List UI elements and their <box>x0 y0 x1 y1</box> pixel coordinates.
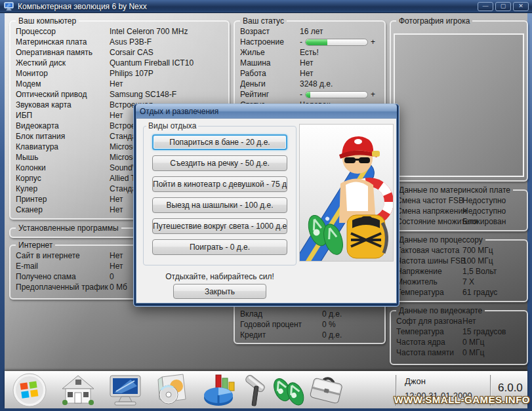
spec-row: Жесткий диск Quantum Fireball ICT10 <box>16 58 224 68</box>
spec-label: Монитор <box>16 68 110 79</box>
gpu-panel-title: Данные по видеокарте <box>396 306 485 315</box>
status-row-housing: Жилье Есть! <box>240 47 380 58</box>
activity-button[interactable]: Путешествие вокруг света - 1000 д.е. <box>152 218 287 234</box>
spec-label: Корпус <box>16 173 110 184</box>
motherboard-label: Смена частот FSB <box>396 195 462 206</box>
bank-row: Вклад 0 д.е. <box>240 309 380 319</box>
bank-row: Годовой процент 0 % <box>240 319 380 330</box>
mood-minus-label: - <box>300 37 302 47</box>
gpu-value: 15 градусов <box>462 326 506 337</box>
maximize-button[interactable]: ▢ <box>495 2 511 11</box>
rating-plus-label: + <box>371 89 375 100</box>
cpu-label: Множитель <box>396 277 462 287</box>
spec-row: Оптический привод Samsung SC148-F <box>16 89 224 100</box>
motherboard-row: Состояние множителя Блокирован <box>396 216 523 227</box>
mood-progress-bar <box>305 39 368 46</box>
mood-progress-fill <box>306 39 327 45</box>
spec-label: Модем <box>16 79 110 89</box>
internet-label: Получено спама <box>16 271 110 282</box>
cpu-row: Тактовая частота 700 МГц <box>396 245 523 256</box>
spec-label: Мышь <box>16 152 110 163</box>
work-icon[interactable] <box>308 373 344 407</box>
close-button[interactable]: ✕ <box>513 2 529 11</box>
bank-value: 0 д.е. <box>322 309 342 319</box>
cpu-label: Частота шины FSB <box>396 256 462 266</box>
home-icon[interactable] <box>61 373 95 407</box>
cpu-value: 700 МГц <box>462 245 493 256</box>
cpu-label: Напряжение <box>396 266 462 277</box>
spec-label: Оптический привод <box>16 89 110 100</box>
activities-group-title: Виды отдыха <box>146 121 198 130</box>
mood-plus-label: + <box>371 37 375 47</box>
gpu-value: 0 МГц <box>462 337 484 347</box>
gpu-value: 0 МГц <box>462 347 484 358</box>
tools-icon[interactable] <box>241 373 270 407</box>
statistics-icon[interactable] <box>203 373 237 407</box>
spec-label: Принтер <box>16 194 110 205</box>
rating-progress-bar <box>305 91 368 98</box>
spec-label: Материнская плата <box>16 37 110 47</box>
gpu-row: Температура 15 градусов <box>396 326 523 337</box>
photo-panel: Фотография игрока <box>390 16 528 182</box>
rating-minus-label: - <box>300 89 302 100</box>
rest-dialog-body: Виды отдыха Попариться в бане - 20 д.е. … <box>136 118 397 303</box>
computer-icon[interactable] <box>108 373 142 407</box>
status-row-car: Машина Нет <box>240 58 380 68</box>
cpu-value: 100 МГц <box>462 256 493 266</box>
status-row-money: Деньги 3248 д.е. <box>240 79 380 89</box>
status-row-rating: Рейтинг - + <box>240 89 380 100</box>
activity-button[interactable]: Поиграть - 0 д.е. <box>152 239 287 255</box>
cpu-row: Температура 61 градус <box>396 287 523 298</box>
bank-label: Вклад <box>240 309 322 319</box>
dialog-close-button[interactable]: Закрыть <box>173 284 266 299</box>
internet-value: Нет <box>110 250 123 261</box>
status-row-mood: Настроение - + <box>240 37 380 47</box>
rest-dialog: Отдых и развлечения Виды отдыха Попарить… <box>133 104 399 307</box>
bank-value: 0 д.е. <box>322 330 342 340</box>
motherboard-label: Состояние множителя <box>396 216 462 227</box>
spec-label: ИБП <box>16 110 110 121</box>
software-icon[interactable] <box>155 373 190 407</box>
programs-panel-title: Установленные программы <box>16 224 121 233</box>
spec-value: Quantum Fireball ICT10 <box>110 58 194 68</box>
activities-group: Виды отдыха Попариться в бане - 20 д.е. … <box>143 121 297 265</box>
spec-label: Колонки <box>16 163 110 173</box>
player-photo <box>394 33 524 177</box>
app-icon <box>4 2 14 10</box>
motherboard-row: Смена частот FSB Недоступно <box>396 195 523 206</box>
activity-button[interactable]: Выезд на шашлыки - 100 д.е. <box>152 197 287 213</box>
gpu-label: Софт для разгона <box>396 316 462 326</box>
internet-value: 0 <box>110 271 114 282</box>
minimize-button[interactable]: — <box>478 2 493 11</box>
activity-button[interactable]: Съездить на речку - 50 д.е. <box>152 155 287 171</box>
cpu-row: Частота шины FSB 100 МГц <box>396 256 523 266</box>
status-panel-title: Ваш статус <box>240 16 287 26</box>
activity-button[interactable]: Попариться в бане - 20 д.е. <box>152 134 287 150</box>
rating-progress-fill <box>306 92 310 98</box>
internet-value: 0 Мб <box>110 282 127 292</box>
cpu-panel-title: Данные по процессору <box>396 235 485 245</box>
motherboard-row: Смена напряжения Недоступно <box>396 206 523 216</box>
spec-label: Сканер <box>16 205 110 215</box>
rest-dialog-titlebar[interactable]: Отдых и развлечения <box>136 104 397 118</box>
motherboard-panel: Данные по материнской плате Смена частот… <box>390 186 528 231</box>
spec-row: Процессор Intel Celeron 700 MHz <box>16 26 224 37</box>
motherboard-panel-title: Данные по материнской плате <box>396 186 513 195</box>
spec-row: Оперативная память Corsair CAS <box>16 47 224 58</box>
cpu-label: Температура <box>396 287 462 298</box>
windows-start-icon[interactable] <box>12 373 47 407</box>
activity-button[interactable]: Пойти в кинотеатр с девушкой - 75 д.е. <box>152 176 287 192</box>
title-bar[interactable]: Компьютерная эволюция 6 by Nexx — ▢ ✕ <box>0 0 532 13</box>
spec-label: Звуковая карта <box>16 100 110 110</box>
internet-panel-title: Интернет <box>16 241 55 250</box>
cpu-row: Множитель 7 X <box>396 277 523 287</box>
spec-label: Блок питания <box>16 131 110 142</box>
cpu-row: Напряжение 1,5 Вольт <box>396 266 523 277</box>
cpu-value: 61 градус <box>462 287 497 298</box>
game-version: 6.0.0 <box>498 382 523 395</box>
internet-label: E-mail <box>16 261 110 271</box>
spec-value: Philips 107P <box>110 68 153 79</box>
spec-value: Нет <box>110 205 123 215</box>
rest-icon[interactable] <box>271 373 305 407</box>
bank-value: 0 % <box>322 319 336 330</box>
